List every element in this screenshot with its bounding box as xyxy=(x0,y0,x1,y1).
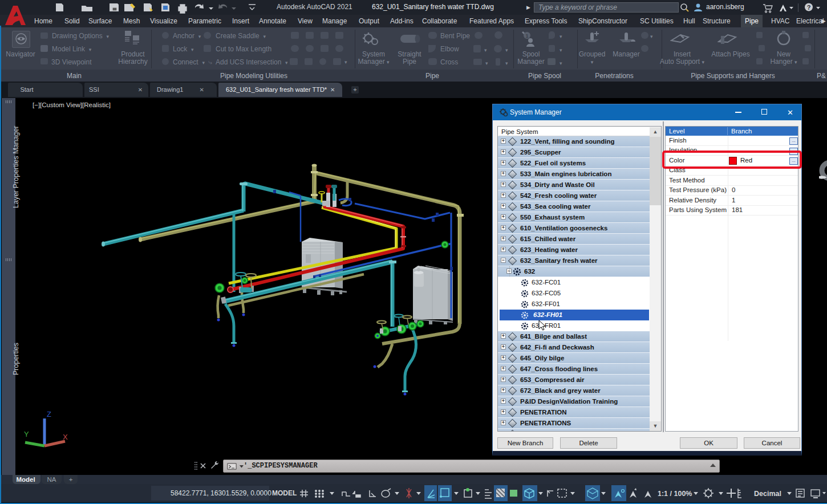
svg-text:X: X xyxy=(63,433,68,441)
svg-text:Z: Z xyxy=(47,410,51,418)
svg-text:Decimal: Decimal xyxy=(754,490,781,498)
svg-text:1:1 / 100%: 1:1 / 100% xyxy=(658,490,692,498)
svg-text:Y: Y xyxy=(24,430,29,438)
svg-text:1: 1 xyxy=(525,33,528,39)
svg-text:?: ? xyxy=(807,4,811,11)
